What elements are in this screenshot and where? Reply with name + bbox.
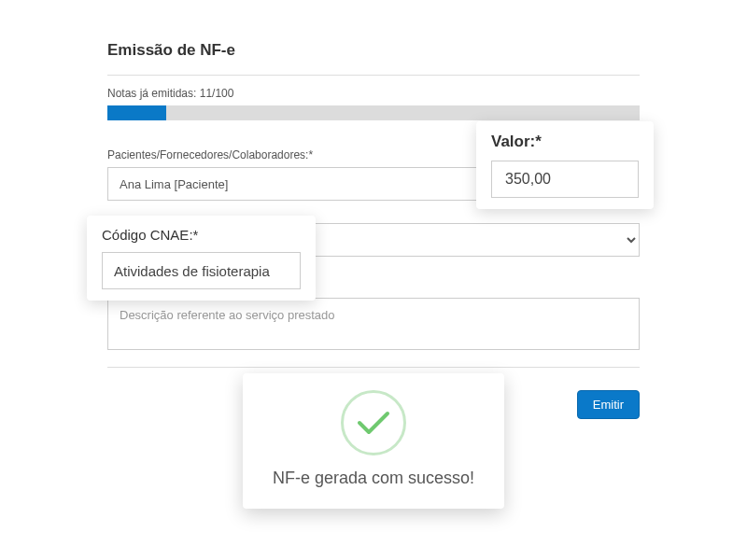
check-circle-icon	[341, 390, 406, 455]
cnae-card: Código CNAE:*	[87, 216, 316, 301]
valor-label: Valor:*	[491, 133, 639, 151]
descricao-input[interactable]	[107, 298, 640, 350]
success-message: NF-e gerada com sucesso!	[261, 469, 486, 488]
success-modal: NF-e gerada com sucesso!	[243, 373, 504, 509]
valor-input[interactable]	[491, 161, 639, 198]
progress-bar	[107, 105, 640, 120]
cnae-label: Código CNAE:*	[102, 227, 301, 243]
valor-card: Valor:*	[476, 121, 654, 209]
page-title: Emissão de NF-e	[107, 41, 640, 60]
paciente-value: Ana Lima [Paciente]	[120, 177, 228, 191]
divider	[107, 75, 640, 76]
emit-button[interactable]: Emitir	[577, 390, 640, 419]
progress-fill	[107, 105, 166, 120]
cnae-input[interactable]	[102, 252, 301, 289]
quota-text: Notas já emitidas: 11/100	[107, 87, 640, 100]
